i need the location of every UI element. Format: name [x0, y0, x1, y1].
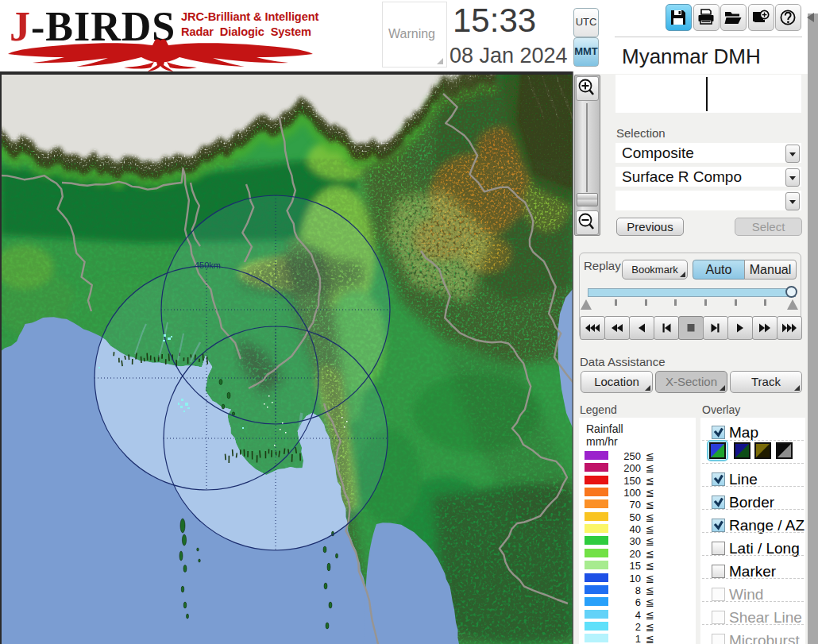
svg-text:450km: 450km — [195, 260, 221, 270]
